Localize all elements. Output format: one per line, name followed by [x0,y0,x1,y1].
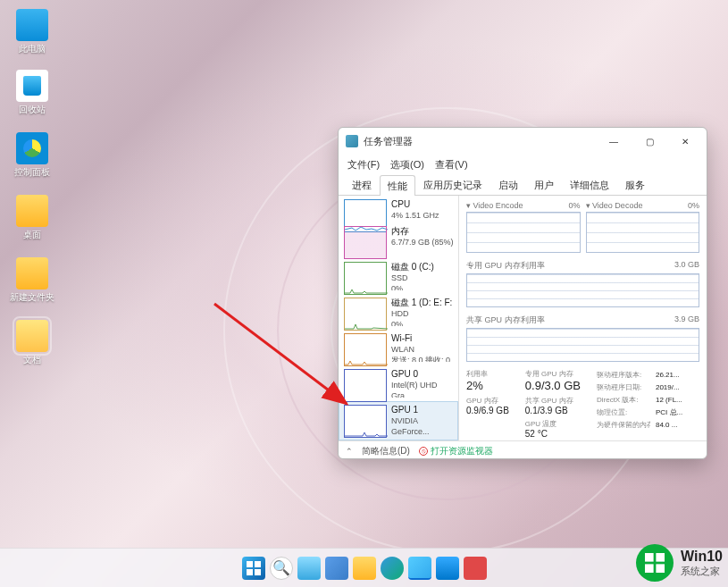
stats-right: 驱动程序版本:26.21... 驱动程序日期:2019/... DirectX … [597,369,682,440]
perf-item-disk1[interactable]: 磁盘 1 (D: E: F:HDD0% [339,294,458,330]
graph-video-encode[interactable]: ▾ Video Encode0% [466,201,581,253]
tab-startup[interactable]: 启动 [490,174,526,195]
minimize-button[interactable]: — [596,129,632,154]
maximize-button[interactable]: ▢ [632,129,667,154]
svg-rect-7 [645,564,654,573]
task-manager-taskbar-icon[interactable] [408,557,431,580]
desktop-icon-label: 回收站 [19,105,46,114]
perf-item-gpu0[interactable]: GPU 0Intel(R) UHD Gra...0% [339,365,458,401]
desktop-icon-label: 新建文件夹 [10,292,54,302]
perf-item-memory[interactable]: 内存6.7/7.9 GB (85%) [339,222,458,258]
task-view-icon[interactable] [297,557,321,580]
desktop-icon-label: 此电脑 [19,44,46,54]
desktop-icon-label: 文档 [23,355,41,365]
window-title: 任务管理器 [364,135,413,148]
stat-dedmem: 0.9/3.0 GB [525,379,581,392]
tab-users[interactable]: 用户 [526,174,562,195]
footer: ⌃ 简略信息(D) ⦸打开资源监视器 [339,440,707,459]
edge-icon[interactable] [381,557,404,580]
tab-details[interactable]: 详细信息 [562,174,617,195]
stat-label: 专用 GPU 内存 [525,369,581,379]
taskbar: 🔍 [0,548,728,587]
close-button[interactable]: ✕ [667,129,703,154]
perf-item-wifi[interactable]: Wi-FiWLAN发送: 8.0 接收: 0 Kb [339,330,458,365]
stat-shmem: 0.1/3.9 GB [525,406,581,415]
stat-label: GPU 温度 [525,419,581,429]
tab-performance[interactable]: 性能 [380,175,415,196]
stats-grid: 利用率 2% GPU 内存 0.9/6.9 GB 专用 GPU 内存 0.9/3… [466,369,699,440]
titlebar[interactable]: 任务管理器 — ▢ ✕ [339,128,707,155]
desktop-icon-this-pc[interactable]: 此电脑 [7,9,57,55]
graph-video-decode[interactable]: ▾ Video Decode0% [586,201,700,253]
menu-options[interactable]: 选项(O) [390,158,424,172]
desktop-icon-control-panel[interactable]: 控制面板 [7,132,57,179]
desktop-icon-label: 桌面 [23,230,41,239]
open-resource-monitor-link[interactable]: ⦸打开资源监视器 [419,445,493,457]
graph-dedicated-gpu-mem[interactable]: 专用 GPU 内存利用率3.0 GB [466,260,699,307]
perf-item-disk0[interactable]: 磁盘 0 (C:)SSD0% [339,258,458,294]
desktop-icon-folder-2[interactable]: 新建文件夹 [7,257,57,304]
svg-rect-6 [656,553,665,562]
tab-bar: 进程 性能 应用历史记录 启动 用户 详细信息 服务 [339,174,707,196]
watermark: Win10 系统之家 [636,544,723,582]
store-icon[interactable] [436,557,459,580]
tab-app-history[interactable]: 应用历史记录 [415,174,490,195]
stat-gpumem: 0.9/6.9 GB [466,406,509,415]
widgets-icon[interactable] [325,557,348,580]
app-icon-red[interactable] [464,557,487,580]
desktop-icon-folder-1[interactable]: 桌面 [7,195,57,241]
file-explorer-icon[interactable] [353,557,376,580]
desktop-icon-recycle-bin[interactable]: 回收站 [7,70,57,116]
svg-rect-2 [255,561,261,567]
chevron-up-icon[interactable]: ⌃ [346,447,353,456]
svg-rect-1 [247,561,253,567]
stat-util: 2% [466,379,509,392]
svg-rect-3 [247,569,253,575]
tab-services[interactable]: 服务 [617,174,653,195]
performance-detail: ▾ Video Encode0% ▾ Video Decode0% 专用 GPU… [459,196,707,440]
watermark-badge [636,544,674,582]
app-icon [346,135,358,147]
desktop-icon-folder-3[interactable]: 文档 [7,320,57,366]
watermark-subtitle: 系统之家 [681,565,723,578]
menu-file[interactable]: 文件(F) [347,158,380,172]
search-icon[interactable]: 🔍 [270,557,293,580]
stat-label: 共享 GPU 内存 [525,396,581,406]
start-button[interactable] [242,557,265,580]
menu-view[interactable]: 查看(V) [435,158,468,172]
stat-label: GPU 内存 [466,396,509,406]
fewer-details-link[interactable]: 简略信息(D) [362,445,410,457]
svg-rect-5 [645,553,654,562]
menu-bar: 文件(F) 选项(O) 查看(V) [339,155,707,174]
stat-temp: 52 °C [525,429,581,439]
desktop-icon-label: 控制面板 [14,167,50,177]
task-manager-window: 任务管理器 — ▢ ✕ 文件(F) 选项(O) 查看(V) 进程 性能 应用历史… [338,127,707,459]
watermark-title: Win10 [681,549,723,565]
stat-label: 利用率 [466,369,509,379]
svg-rect-4 [255,569,261,575]
svg-rect-8 [656,564,665,573]
graph-shared-gpu-mem[interactable]: 共享 GPU 内存利用率3.9 GB [466,314,699,362]
performance-sidebar: CPU4% 1.51 GHz 内存6.7/7.9 GB (85%) 磁盘 0 (… [339,196,459,440]
tab-processes[interactable]: 进程 [344,174,380,195]
perf-item-gpu1[interactable]: GPU 1NVIDIA GeForce...2% (52 °C) [339,401,458,440]
perf-item-cpu[interactable]: CPU4% 1.51 GHz [339,196,458,222]
desktop-background: 此电脑 回收站 控制面板 桌面 新建文件夹 文档 任务管理器 — ▢ ✕ 文件(… [0,0,728,587]
